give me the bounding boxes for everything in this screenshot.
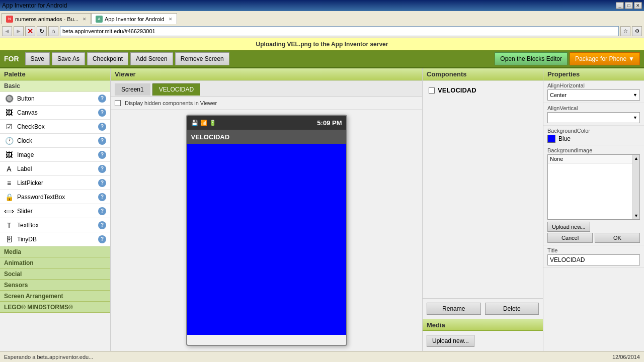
animation-section[interactable]: Animation	[0, 257, 110, 268]
palette-item-clock[interactable]: 🕐 Clock ?	[0, 134, 110, 148]
palette-item-image[interactable]: 🖼 Image ?	[0, 148, 110, 162]
canvas-icon: 🖼	[4, 108, 14, 118]
tinydb-help-icon[interactable]: ?	[98, 235, 106, 243]
checkbox-help-icon[interactable]: ?	[98, 123, 106, 131]
title-bar: App Inventor for Android _ □ ✕	[0, 0, 644, 11]
minimize-button[interactable]: _	[616, 2, 624, 9]
color-swatch[interactable]	[547, 135, 555, 143]
tab-close-1[interactable]: ✕	[169, 17, 173, 22]
rename-button[interactable]: Rename	[427, 303, 481, 315]
palette-item-slider[interactable]: ⟺ Slider ?	[0, 204, 110, 218]
stop-button[interactable]: ✕	[25, 26, 35, 36]
prop-background-image: BackgroundImage None ▲ ▲ ▼ Upload new...	[543, 145, 644, 245]
tools-button[interactable]: ⚙	[632, 26, 642, 36]
lego-section[interactable]: LEGO® MINDSTORMS®	[0, 302, 110, 313]
button-help-icon[interactable]: ?	[98, 95, 106, 103]
home-button[interactable]: ⌂	[48, 26, 58, 36]
passwordtextbox-help-icon[interactable]: ?	[98, 193, 106, 201]
palette-item-label[interactable]: A Label ?	[0, 162, 110, 176]
hidden-components-label: Display hidden components in Viewer	[125, 100, 217, 106]
back-button[interactable]: ◄	[2, 26, 12, 36]
delete-button[interactable]: Delete	[485, 303, 539, 315]
phone-screen: 💾 📶 🔋 5:09 PM VELOCIDAD	[186, 115, 347, 346]
status-right: 12/06/2014	[612, 354, 640, 360]
address-bar[interactable]: beta.appinventor.mit.edu/#466293001	[60, 26, 619, 36]
slider-help-icon[interactable]: ?	[98, 207, 106, 215]
prop-align-horizontal: AlignHorizontal Center ▼	[543, 80, 644, 103]
media-upload-button[interactable]: Upload new...	[427, 335, 474, 347]
tab-0[interactable]: N numeros animados - Bu... ✕	[2, 13, 91, 24]
align-horizontal-select[interactable]: Center ▼	[547, 89, 640, 101]
canvas-help-icon[interactable]: ?	[98, 109, 106, 117]
clock-help-icon[interactable]: ?	[98, 137, 106, 145]
checkbox-icon: ☑	[4, 122, 14, 132]
bookmark-button[interactable]: ☆	[620, 26, 630, 36]
save-button[interactable]: Save	[25, 52, 50, 65]
tab-velocidad[interactable]: VELOCIDAD	[152, 83, 200, 96]
scroll-down-icon[interactable]: ▼	[634, 213, 638, 218]
tab-1[interactable]: A App Inventor for Android ✕	[91, 13, 177, 24]
phone-status-icons: 💾 📶 🔋	[191, 120, 216, 126]
scroll-up-icon[interactable]: ▲	[634, 156, 638, 161]
hidden-components-checkbox[interactable]	[115, 100, 121, 106]
add-screen-button[interactable]: Add Screen	[130, 52, 173, 65]
notification-text: Uploading VEL.png to the App Inventor se…	[256, 41, 388, 48]
prop-title: Title	[543, 245, 644, 268]
remove-screen-button[interactable]: Remove Screen	[175, 52, 229, 65]
prop-background-color: BackgroundColor Blue	[543, 126, 644, 145]
background-image-label: BackgroundImage	[547, 147, 640, 153]
title-input[interactable]	[547, 254, 640, 265]
battery-icon: 🔋	[209, 120, 216, 126]
properties-header: Properties	[543, 68, 644, 80]
prop-align-vertical: AlignVertical ▼	[543, 103, 644, 126]
listpicker-help-icon[interactable]: ?	[98, 179, 106, 187]
viewer-tabs: Screen1 VELOCIDAD	[111, 80, 422, 97]
save-as-button[interactable]: Save As	[52, 52, 85, 65]
checkpoint-button[interactable]: Checkpoint	[87, 52, 128, 65]
tab-label-0: numeros animados - Bu...	[15, 16, 78, 22]
viewer-header: Viewer	[111, 68, 422, 80]
component-item-velocidad[interactable]: VELOCIDAD	[427, 84, 539, 96]
save-icon: 💾	[191, 120, 198, 126]
media-section[interactable]: Media	[0, 246, 110, 257]
refresh-button[interactable]: ↻	[37, 26, 47, 36]
tinydb-icon: 🗄	[4, 234, 14, 244]
label-icon: A	[4, 164, 14, 174]
upload-area: Upload new...	[423, 331, 543, 351]
browser-window: App Inventor for Android _ □ ✕ N numeros…	[0, 0, 644, 362]
tab-favicon-0: N	[6, 16, 13, 23]
maximize-button[interactable]: □	[625, 2, 633, 9]
label-help-icon[interactable]: ?	[98, 165, 106, 173]
align-vertical-select[interactable]: ▼	[547, 112, 640, 123]
prop-ok-button[interactable]: OK	[595, 233, 640, 243]
textbox-help-icon[interactable]: ?	[98, 221, 106, 229]
prop-upload-button[interactable]: Upload new...	[547, 222, 590, 232]
component-checkbox[interactable]	[429, 87, 435, 94]
tab-close-0[interactable]: ✕	[83, 17, 87, 22]
prop-cancel-button[interactable]: Cancel	[547, 233, 593, 243]
tab-favicon-1: A	[96, 16, 103, 23]
palette-item-canvas[interactable]: 🖼 Canvas ?	[0, 106, 110, 120]
palette-item-checkbox[interactable]: ☑ CheckBox ?	[0, 120, 110, 134]
components-content: VELOCIDAD	[423, 80, 543, 298]
tab-screen1[interactable]: Screen1	[115, 83, 150, 96]
background-color-label: BackgroundColor	[547, 128, 640, 134]
palette-item-passwordtextbox[interactable]: 🔒 PasswordTextBox ?	[0, 190, 110, 204]
sensors-section[interactable]: Sensors	[0, 280, 110, 291]
package-button[interactable]: Package for Phone ▼	[570, 52, 640, 65]
palette-item-listpicker[interactable]: ≡ ListPicker ?	[0, 176, 110, 190]
social-section[interactable]: Social	[0, 268, 110, 280]
screen-arrangement-section[interactable]: Screen Arrangement	[0, 291, 110, 302]
tab-bar: N numeros animados - Bu... ✕ A App Inven…	[0, 11, 644, 24]
viewer-options: Display hidden components in Viewer	[111, 97, 422, 110]
phone-time: 5:09 PM	[317, 119, 342, 127]
blocks-editor-button[interactable]: Open the Blocks Editor	[495, 52, 568, 65]
image-help-icon[interactable]: ?	[98, 151, 106, 159]
palette-item-button[interactable]: 🔘 Button ?	[0, 92, 110, 106]
forward-button[interactable]: ►	[14, 26, 24, 36]
background-image-listbox[interactable]: None ▲ ▲ ▼	[547, 154, 640, 220]
close-button[interactable]: ✕	[634, 2, 642, 9]
palette-item-textbox[interactable]: T TextBox ?	[0, 218, 110, 232]
palette-item-tinydb[interactable]: 🗄 TinyDB ?	[0, 232, 110, 246]
palette-basic-header[interactable]: Basic	[0, 80, 110, 92]
